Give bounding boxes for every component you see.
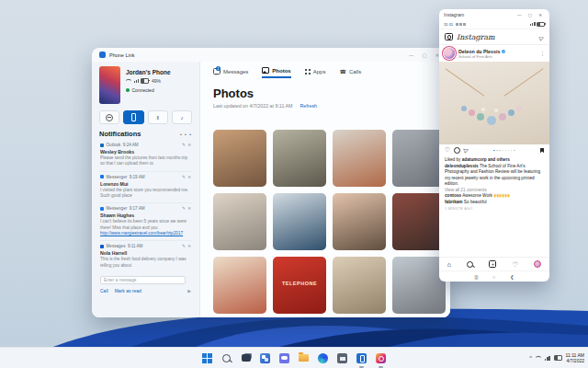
store-button[interactable]: [335, 351, 349, 365]
photo-man-tan-jacket[interactable]: [333, 257, 386, 314]
edge-button[interactable]: [316, 351, 330, 365]
refresh-button[interactable]: Refresh: [300, 103, 318, 109]
search-icon[interactable]: [467, 261, 473, 268]
activity-heart-icon[interactable]: ♡: [513, 261, 518, 268]
post-image[interactable]: [439, 62, 549, 144]
pin-icon[interactable]: ✎: [182, 206, 186, 211]
necklace-chain: [503, 68, 543, 97]
photo-boy-glasses[interactable]: [273, 193, 326, 250]
notification-card[interactable]: Messenger 9:19 AM ✎ ✕ Lorenzo Mui I visi…: [99, 172, 192, 204]
pin-icon[interactable]: ✎: [182, 143, 186, 147]
post-options-icon[interactable]: ⋮: [540, 51, 545, 56]
liked-by-user[interactable]: adatumcorp: [462, 157, 487, 162]
notification-sender: Shawn Hughes: [100, 213, 191, 218]
photo-dark-crowd[interactable]: [392, 193, 446, 250]
notification-sender: Wesley Brooks: [100, 149, 191, 155]
open-phone-screen-button[interactable]: [123, 110, 143, 124]
photo-girls-studying[interactable]: [213, 193, 266, 250]
home-button[interactable]: ○: [492, 274, 495, 280]
comment-username[interactable]: fabrikam: [445, 200, 463, 204]
phone-wallpaper-thumbnail[interactable]: [99, 66, 120, 104]
clock[interactable]: 11:11 AM 4/7/2022: [566, 352, 584, 364]
bookmark-icon[interactable]: [540, 148, 544, 154]
new-post-icon[interactable]: +: [489, 260, 496, 268]
tab-apps[interactable]: Apps: [305, 69, 326, 77]
close-icon[interactable]: ✕: [187, 175, 191, 179]
photo-redhead-group[interactable]: [333, 130, 386, 187]
phone-link-window-controls[interactable]: — ▢ ✕: [409, 52, 443, 58]
profile-avatar[interactable]: [534, 260, 541, 268]
notification-time: 9:19 AM: [130, 175, 145, 179]
tab-calls[interactable]: ☎ Calls: [339, 69, 361, 77]
do-not-disturb-button[interactable]: [99, 110, 119, 124]
phone-link-window: Phone Link — ▢ ✕ Jordan's Phone 49%: [92, 48, 450, 317]
photo-celebration[interactable]: [213, 257, 266, 314]
post-author[interactable]: Deleon du Plessis: [458, 49, 500, 54]
photo-street-person[interactable]: [392, 130, 446, 187]
chat-button[interactable]: [277, 351, 291, 365]
tray-chevron-icon[interactable]: ^: [529, 355, 532, 361]
widgets-button[interactable]: [258, 351, 272, 365]
photo-hands-stack[interactable]: [333, 193, 386, 250]
start-button[interactable]: [200, 351, 214, 365]
photo-woman-pointing[interactable]: [213, 130, 266, 187]
tab-photos[interactable]: Photos: [262, 67, 290, 78]
edge-icon: [318, 353, 328, 363]
close-icon[interactable]: ✕: [187, 143, 191, 147]
comment-icon[interactable]: [454, 147, 460, 154]
photo-street-crowd[interactable]: [392, 257, 446, 314]
volume-button[interactable]: ‖: [148, 110, 168, 124]
instagram-logo: Instagram: [457, 33, 536, 41]
direct-messages-icon[interactable]: ▷: [538, 33, 545, 40]
search-button[interactable]: [220, 351, 233, 365]
back-button[interactable]: ❮: [510, 274, 514, 280]
file-explorer-button[interactable]: [297, 351, 311, 365]
phone-link-sidebar: Jordan's Phone 49% Connected ‖: [92, 62, 200, 317]
camera-icon[interactable]: [445, 33, 453, 40]
notification-message: This is the fresh food delivery company …: [100, 257, 191, 269]
notification-card[interactable]: Messages 9:11 AM ✎ ✕ Nola Harrell This i…: [99, 241, 192, 297]
tab-messages[interactable]: 1 Messages: [213, 68, 248, 77]
home-icon[interactable]: ⌂: [447, 261, 451, 268]
notification-card[interactable]: Messenger 9:17 AM ✎ ✕ Shawn Hughes I can…: [99, 203, 192, 241]
notification-time: 9:11 AM: [128, 244, 143, 248]
connected-status-label: Connected: [132, 87, 154, 93]
share-icon[interactable]: ▷: [463, 147, 469, 155]
phone-screen-icon: [131, 113, 136, 121]
recents-button[interactable]: |||: [474, 274, 478, 280]
folder-icon: [299, 354, 309, 362]
caption-username[interactable]: deleonduplessis: [445, 164, 479, 168]
notification-card[interactable]: Outlook 9:24 AM ✎ ✕ Wesley Brooks Please…: [99, 140, 192, 172]
like-icon[interactable]: ♡: [445, 147, 450, 154]
close-icon[interactable]: ✕: [187, 206, 191, 211]
comment-username[interactable]: contoso: [445, 193, 461, 198]
tray-battery-icon[interactable]: [554, 355, 562, 361]
author-avatar[interactable]: [444, 48, 455, 59]
post-action-bar: ♡ ▷: [439, 144, 549, 156]
notifications-more-button[interactable]: • • •: [180, 132, 192, 137]
mark-as-read-button[interactable]: Mark as read: [115, 288, 141, 293]
reply-input[interactable]: [100, 276, 186, 284]
instagram-window-controls[interactable]: — ▢ ✕: [517, 13, 545, 17]
send-icon[interactable]: ▶: [187, 288, 191, 293]
tray-date: 4/7/2022: [566, 358, 584, 364]
photo-couple-reading[interactable]: [273, 130, 326, 187]
tray-volume-icon[interactable]: [545, 356, 549, 361]
connected-status-icon: [126, 88, 130, 92]
photo-telephone-box[interactable]: TELEPHONE: [273, 257, 326, 314]
audio-player-button[interactable]: ♪: [172, 110, 192, 124]
phone-link-taskbar-button[interactable]: [355, 351, 368, 365]
pin-icon[interactable]: ✎: [182, 175, 186, 179]
notification-time: 9:17 AM: [130, 206, 145, 211]
notification-link[interactable]: http://www.margiestravel.com/bear/trip20…: [100, 231, 191, 236]
instagram-taskbar-button[interactable]: [374, 351, 388, 365]
android-nav-bar: ||| ○ ❮: [439, 270, 549, 282]
call-button[interactable]: Call: [100, 288, 108, 293]
instagram-window-title: Instagram: [444, 12, 517, 17]
tray-wifi-icon[interactable]: [536, 356, 541, 361]
close-icon[interactable]: ✕: [187, 244, 191, 248]
notification-sender: Lorenzo Mui: [100, 181, 191, 187]
notification-message: I visited the plant store you recommende…: [100, 188, 191, 200]
pin-icon[interactable]: ✎: [182, 244, 186, 248]
task-view-button[interactable]: [239, 351, 253, 365]
